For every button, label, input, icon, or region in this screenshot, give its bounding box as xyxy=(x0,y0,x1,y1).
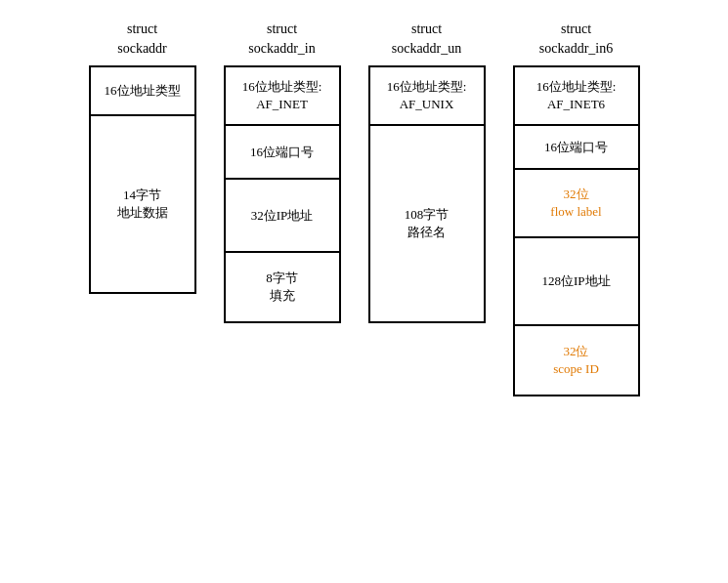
struct-column-3: struct sockaddr_in616位地址类型: AF_INET616位端… xyxy=(513,20,640,396)
cell-3-2: 32位 flow label xyxy=(515,170,638,238)
struct-column-0: struct sockaddr16位地址类型14字节 地址数据 xyxy=(89,20,196,294)
cell-2-1: 108字节 路径名 xyxy=(370,126,484,321)
diagram: struct sockaddr16位地址类型14字节 地址数据struct so… xyxy=(89,20,640,396)
cell-0-1: 14字节 地址数据 xyxy=(91,116,194,292)
cell-3-0: 16位地址类型: AF_INET6 xyxy=(515,67,638,126)
cell-1-1: 16位端口号 xyxy=(226,126,339,180)
cell-3-1: 16位端口号 xyxy=(515,126,638,170)
cell-3-3: 128位IP地址 xyxy=(515,238,638,326)
struct-column-1: struct sockaddr_in16位地址类型: AF_INET16位端口号… xyxy=(224,20,341,323)
struct-box-1: 16位地址类型: AF_INET16位端口号32位IP地址8字节 填充 xyxy=(224,65,341,323)
struct-box-0: 16位地址类型14字节 地址数据 xyxy=(89,65,196,294)
struct-box-2: 16位地址类型: AF_UNIX108字节 路径名 xyxy=(368,65,486,323)
struct-column-2: struct sockaddr_un16位地址类型: AF_UNIX108字节 … xyxy=(368,20,486,323)
struct-title-1: struct sockaddr_in xyxy=(248,20,315,58)
cell-3-4: 32位 scope ID xyxy=(515,326,638,395)
cell-0-0: 16位地址类型 xyxy=(91,67,194,116)
cell-1-3: 8字节 填充 xyxy=(226,253,339,321)
struct-title-3: struct sockaddr_in6 xyxy=(539,20,613,58)
cell-2-0: 16位地址类型: AF_UNIX xyxy=(370,67,484,126)
struct-title-2: struct sockaddr_un xyxy=(392,20,462,58)
cell-1-0: 16位地址类型: AF_INET xyxy=(226,67,339,126)
struct-box-3: 16位地址类型: AF_INET616位端口号32位 flow label128… xyxy=(513,65,640,396)
struct-title-0: struct sockaddr xyxy=(117,20,167,58)
cell-1-2: 32位IP地址 xyxy=(226,180,339,253)
